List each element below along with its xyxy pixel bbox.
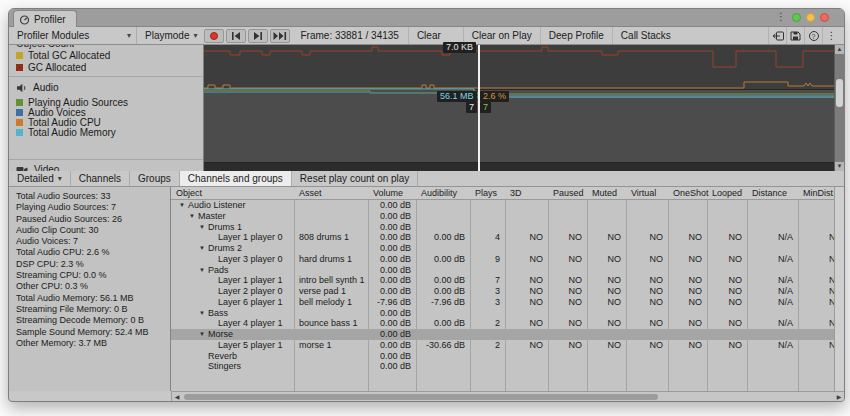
table-row[interactable]: ▼Reverb0.00 dB — [171, 351, 834, 362]
column-header-paused[interactable]: Paused — [548, 187, 587, 200]
profiler-modules-dropdown[interactable]: Profiler Modules ▾ — [9, 27, 137, 44]
scroll-right-icon[interactable]: ▶ — [834, 392, 844, 402]
scroll-left-icon[interactable]: ◀ — [172, 392, 182, 402]
scrollbar-thumb[interactable] — [184, 394, 658, 400]
legend-item[interactable]: GC Allocated — [16, 62, 86, 73]
legend-item[interactable]: Total GC Allocated — [16, 50, 110, 61]
column-header-distance[interactable]: Distance — [747, 187, 798, 200]
profiler-gauge-icon — [19, 14, 30, 25]
tree-expand-icon[interactable]: ▼ — [199, 265, 208, 276]
tab-groups[interactable]: Groups — [130, 171, 180, 186]
column-header-virtual[interactable]: Virtual — [626, 187, 668, 200]
column-header-oneshot[interactable]: OneShot — [668, 187, 707, 200]
playmode-dropdown[interactable]: Playmode ▾ — [137, 27, 203, 44]
cell-3d: NO — [505, 254, 548, 265]
audio-module-header[interactable]: Audio — [16, 81, 59, 94]
column-header-plays[interactable]: Plays — [470, 187, 505, 200]
cell-volume: 0.00 dB — [368, 361, 416, 372]
scroll-up-icon[interactable]: ▲ — [835, 45, 844, 54]
cell-volume: 0.00 dB — [368, 286, 416, 297]
chevron-down-icon: ▾ — [127, 31, 131, 40]
chart-plot — [204, 45, 834, 171]
window-restore-button[interactable] — [806, 13, 815, 22]
scroll-down-icon[interactable]: ▼ — [835, 162, 844, 171]
column-header-asset[interactable]: Asset — [294, 187, 368, 200]
reset-play-count-button[interactable]: Reset play count on play — [292, 171, 419, 186]
tab-channels-and-groups[interactable]: Channels and groups — [180, 171, 292, 186]
cell-asset: intro bell synth 1 — [294, 275, 368, 286]
window-menu-button[interactable]: ⋮ — [822, 27, 840, 44]
current-frame-button[interactable] — [270, 29, 290, 43]
table-row[interactable]: ▼Layer 2 player 0verse pad 10.00 dB0.00 … — [171, 286, 834, 297]
titlebar-menu-icon[interactable]: ⋮ — [776, 11, 786, 22]
column-header-audibility[interactable]: Audibility — [416, 187, 470, 200]
table-horizontal-scrollbar[interactable]: ◀ ▶ — [171, 391, 844, 401]
cell-plays: 4 — [470, 232, 505, 243]
column-header-3d[interactable]: 3D — [505, 187, 548, 200]
video-module-header[interactable]: Video — [16, 163, 59, 171]
tree-expand-icon[interactable]: ▼ — [179, 200, 188, 211]
table-row[interactable]: ▼Master0.00 dB — [171, 211, 834, 222]
table-row[interactable]: ▼Layer 5 player 1morse 10.00 dB-30.66 dB… — [171, 340, 834, 351]
cell-volume: 0.00 dB — [368, 329, 416, 340]
table-row[interactable]: ▼Audio Listener0.00 dB — [171, 200, 834, 211]
cell-muted: NO — [587, 340, 626, 351]
record-button[interactable] — [204, 29, 224, 43]
table-row[interactable]: ▼Layer 6 player 1bell melody 1-7.96 dB-7… — [171, 297, 834, 308]
legend-swatch-icon — [16, 64, 23, 71]
next-frame-button[interactable] — [248, 29, 268, 43]
legend-divider — [9, 159, 203, 160]
column-header-muted[interactable]: Muted — [587, 187, 626, 200]
tree-expand-icon[interactable]: ▼ — [199, 329, 208, 340]
scrollbar-thumb[interactable] — [836, 79, 843, 107]
tree-cell: ▼Pads — [171, 265, 294, 276]
table-row[interactable]: ▼Drums 20.00 dB — [171, 243, 834, 254]
tree-expand-icon[interactable]: ▼ — [199, 222, 208, 233]
stat-line: Total Audio Memory: 56.1 MB — [16, 293, 170, 304]
cell-3d: NO — [505, 232, 548, 243]
cell-volume: 0.00 dB — [368, 265, 416, 276]
table-row[interactable]: ▼Layer 1 player 0808 drums 10.00 dB0.00 … — [171, 232, 834, 243]
deep-profile-button[interactable]: Deep Profile — [540, 27, 612, 44]
cell-muted: NO — [587, 232, 626, 243]
detailed-view-dropdown[interactable]: Detailed ▾ — [9, 171, 71, 186]
chart-canvas[interactable] — [204, 45, 834, 171]
table-row[interactable]: ▼Pads0.00 dB — [171, 265, 834, 276]
tree-expand-icon[interactable]: ▼ — [199, 243, 208, 254]
column-header-looped[interactable]: Looped — [707, 187, 747, 200]
column-header-volume[interactable]: Volume — [368, 187, 416, 200]
stat-line: Audio Voices: 7 — [16, 236, 170, 247]
table-row[interactable]: ▼Layer 4 player 1bounce bass 10.00 dB0.0… — [171, 318, 834, 329]
cell-volume: 0.00 dB — [368, 243, 416, 254]
cell-looped: NO — [707, 286, 747, 297]
table-row[interactable]: ▼Stingers0.00 dB — [171, 361, 834, 372]
load-profile-button[interactable] — [768, 27, 786, 44]
legend-item[interactable]: Total Audio Memory — [16, 127, 116, 138]
previous-frame-button[interactable] — [226, 29, 246, 43]
cell-paused: NO — [548, 254, 587, 265]
table-row[interactable]: ▼Layer 3 player 0hard drums 10.00 dB0.00… — [171, 254, 834, 265]
tab-channels[interactable]: Channels — [71, 171, 130, 186]
tree-expand-icon[interactable]: ▼ — [189, 211, 198, 222]
table-row[interactable]: ▼Drums 10.00 dB — [171, 222, 834, 233]
cell-volume: 0.00 dB — [368, 275, 416, 286]
legend-item-clipped[interactable]: Object Count — [16, 45, 74, 49]
column-header-object[interactable]: Object — [171, 187, 294, 200]
column-header-mindist[interactable]: MinDist — [798, 187, 834, 200]
legend-swatch-icon — [16, 99, 23, 106]
window-close-button[interactable] — [820, 13, 829, 22]
help-button[interactable]: ? — [804, 27, 822, 44]
chart-vertical-scrollbar[interactable]: ▲ ▼ — [834, 45, 844, 171]
profiler-window: Profiler ⋮ Profiler Modules ▾ Playmode ▾… — [8, 8, 845, 402]
table-row[interactable]: ▼Layer 1 player 1intro bell synth 10.00 … — [171, 275, 834, 286]
table-row[interactable]: ▼Bass0.00 dB — [171, 308, 834, 319]
tree-expand-icon[interactable]: ▼ — [199, 308, 208, 319]
profiler-window-tab[interactable]: Profiler — [13, 10, 77, 27]
call-stacks-button[interactable]: Call Stacks — [612, 27, 679, 44]
cell-looped: NO — [707, 318, 747, 329]
save-profile-button[interactable] — [786, 27, 804, 44]
table-row[interactable]: ▼Morse0.00 dB — [171, 329, 834, 340]
table-vertical-scrollbar[interactable] — [834, 187, 844, 391]
cell-mindist: N/A — [798, 232, 834, 243]
window-minimize-button[interactable] — [792, 13, 801, 22]
